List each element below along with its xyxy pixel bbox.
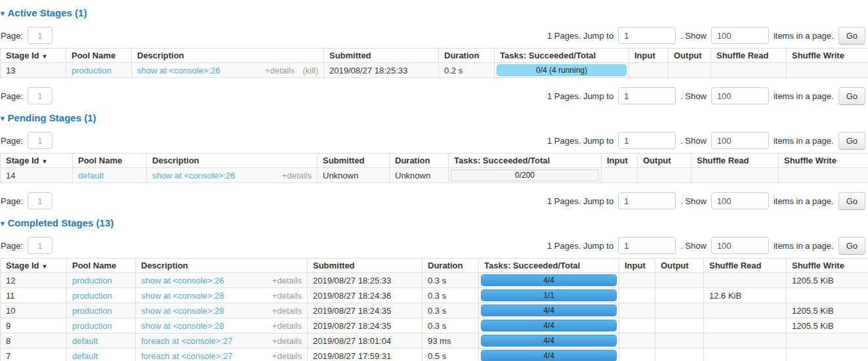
column-header[interactable]: Tasks: Succeeded/Total bbox=[495, 49, 629, 63]
details-toggle[interactable]: +details bbox=[272, 351, 302, 361]
page-number-input[interactable] bbox=[28, 87, 52, 104]
column-header[interactable]: Description bbox=[136, 259, 308, 273]
column-header[interactable]: Duration bbox=[390, 154, 449, 168]
show-items-input[interactable] bbox=[711, 192, 769, 209]
pool-link[interactable]: default bbox=[72, 351, 98, 361]
tasks-progress-bar: 1/1 bbox=[481, 289, 617, 301]
page-number-input[interactable] bbox=[28, 27, 52, 44]
show-items-input[interactable] bbox=[711, 87, 769, 104]
column-header[interactable]: Stage Id▾ bbox=[1, 154, 73, 168]
show-label: . Show bbox=[680, 136, 707, 146]
duration-cell: 0.3 s bbox=[423, 288, 479, 303]
stage-description-link[interactable]: show at <console>:28 bbox=[141, 321, 224, 331]
details-toggle[interactable]: +details bbox=[272, 336, 302, 346]
column-header[interactable]: Stage Id▾ bbox=[1, 259, 67, 273]
section-header-active[interactable]: ▾Active Stages (1) bbox=[1, 7, 867, 18]
section-title: Pending Stages (1) bbox=[8, 112, 96, 123]
pool-cell: production bbox=[66, 63, 132, 78]
jump-to-input[interactable] bbox=[618, 237, 676, 254]
tasks-cell: 0/4 (4 running) bbox=[495, 63, 629, 78]
column-header[interactable]: Submitted bbox=[324, 49, 439, 63]
page-label: Page: bbox=[1, 91, 23, 101]
details-toggle[interactable]: +details bbox=[272, 321, 302, 331]
stage-id-cell: 9 bbox=[1, 318, 67, 333]
output-cell bbox=[655, 273, 704, 288]
column-header[interactable]: Submitted bbox=[318, 154, 390, 168]
details-toggle[interactable]: +details bbox=[272, 276, 302, 286]
details-toggle[interactable]: +details bbox=[272, 291, 302, 301]
column-header[interactable]: Shuffle Write bbox=[779, 154, 868, 168]
stage-id-cell: 11 bbox=[1, 288, 67, 303]
shuffle-read-cell bbox=[704, 318, 787, 333]
page-number-input[interactable] bbox=[28, 237, 52, 254]
output-cell bbox=[655, 333, 704, 349]
column-header[interactable]: Shuffle Write bbox=[787, 259, 868, 273]
kill-link[interactable]: (kill) bbox=[302, 66, 318, 75]
column-header[interactable]: Tasks: Succeeded/Total bbox=[449, 154, 602, 168]
pool-link[interactable]: production bbox=[72, 66, 112, 75]
pool-link[interactable]: default bbox=[78, 171, 104, 180]
section-header-pending[interactable]: ▾Pending Stages (1) bbox=[1, 112, 867, 123]
pool-link[interactable]: production bbox=[72, 276, 112, 286]
description-cell: +detailsshow at <console>:28 bbox=[136, 303, 308, 318]
details-toggle[interactable]: +details bbox=[265, 66, 295, 75]
stage-description-link[interactable]: foreach at <console>:27 bbox=[141, 351, 233, 361]
column-header[interactable]: Duration bbox=[439, 49, 495, 63]
column-header[interactable]: Pool Name bbox=[73, 154, 147, 168]
go-button[interactable]: Go bbox=[838, 192, 865, 210]
items-label: items in a page. bbox=[774, 196, 834, 206]
column-header[interactable]: Duration bbox=[423, 259, 479, 273]
stage-description-link[interactable]: show at <console>:28 bbox=[141, 306, 224, 316]
stage-description-link[interactable]: show at <console>:28 bbox=[141, 291, 224, 301]
column-header[interactable]: Shuffle Read bbox=[711, 49, 787, 63]
column-header[interactable]: Stage Id▾ bbox=[1, 49, 66, 63]
stage-description-link[interactable]: show at <console>:26 bbox=[152, 171, 235, 180]
output-cell bbox=[638, 168, 692, 183]
column-header[interactable]: Input bbox=[602, 154, 638, 168]
column-header[interactable]: Shuffle Read bbox=[692, 154, 779, 168]
column-header[interactable]: Output bbox=[669, 49, 711, 63]
jump-to-input[interactable] bbox=[618, 132, 676, 149]
section-header-completed[interactable]: ▾Completed Stages (13) bbox=[1, 217, 867, 228]
tasks-count-label: 0/4 (4 running) bbox=[497, 65, 626, 76]
tasks-progress-bar: 4/4 bbox=[481, 305, 617, 316]
go-button[interactable]: Go bbox=[838, 237, 865, 255]
go-button[interactable]: Go bbox=[838, 87, 865, 105]
pool-link[interactable]: production bbox=[72, 291, 112, 301]
show-items-input[interactable] bbox=[711, 237, 769, 254]
stage-description-link[interactable]: foreach at <console>:27 bbox=[141, 336, 233, 346]
jump-to-input[interactable] bbox=[618, 87, 676, 104]
page-number-input[interactable] bbox=[28, 192, 52, 209]
column-header[interactable]: Submitted bbox=[308, 259, 423, 273]
stage-id-cell: 7 bbox=[1, 349, 67, 361]
go-button[interactable]: Go bbox=[838, 27, 865, 45]
stage-description-link[interactable]: show at <console>:26 bbox=[141, 276, 224, 286]
column-header[interactable]: Pool Name bbox=[67, 259, 136, 273]
column-header[interactable]: Output bbox=[638, 154, 692, 168]
jump-to-input[interactable] bbox=[618, 27, 676, 44]
page-number-input[interactable] bbox=[28, 132, 52, 149]
duration-cell: 93 ms bbox=[423, 333, 479, 349]
column-header[interactable]: Description bbox=[132, 49, 324, 63]
column-header[interactable]: Shuffle Write bbox=[787, 49, 868, 63]
pool-link[interactable]: production bbox=[72, 321, 112, 331]
shuffle-read-cell bbox=[704, 333, 787, 349]
show-items-input[interactable] bbox=[711, 132, 769, 149]
column-header[interactable]: Tasks: Succeeded/Total bbox=[479, 259, 619, 273]
column-header[interactable]: Shuffle Read bbox=[704, 259, 787, 273]
pool-link[interactable]: default bbox=[72, 336, 98, 346]
column-header[interactable]: Pool Name bbox=[66, 49, 132, 63]
details-toggle[interactable]: +details bbox=[282, 171, 312, 180]
completed-stages-section: ▾Completed Stages (13) Page: 1 Pages. Ju… bbox=[0, 217, 868, 361]
jump-to-input[interactable] bbox=[618, 192, 676, 209]
details-toggle[interactable]: +details bbox=[272, 306, 302, 316]
pool-link[interactable]: production bbox=[72, 306, 112, 316]
column-header[interactable]: Description bbox=[147, 154, 318, 168]
show-items-input[interactable] bbox=[711, 27, 769, 44]
column-header[interactable]: Input bbox=[629, 49, 669, 63]
column-header[interactable]: Input bbox=[619, 259, 655, 273]
tasks-cell: 4/4 bbox=[479, 349, 619, 361]
column-header[interactable]: Output bbox=[655, 259, 704, 273]
stage-description-link[interactable]: show at <console>:26 bbox=[137, 66, 220, 75]
go-button[interactable]: Go bbox=[838, 132, 865, 150]
